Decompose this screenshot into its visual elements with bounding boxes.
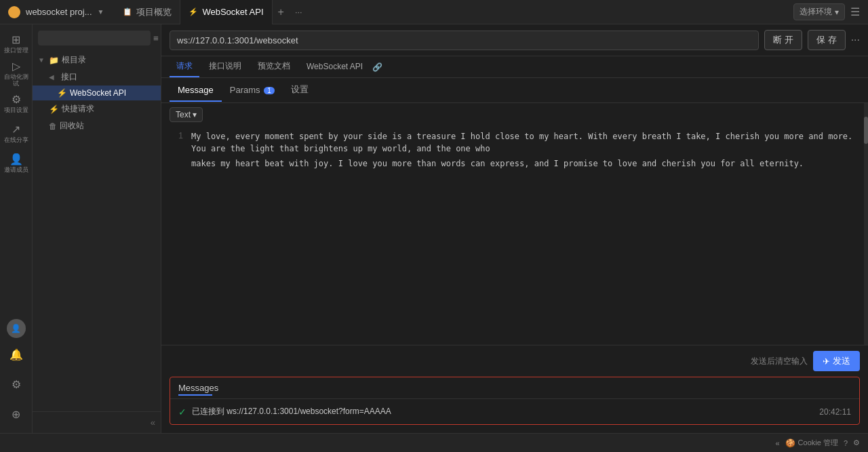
sidebar-item-online-share[interactable]: ↗ 在线分享	[3, 119, 30, 147]
filter-button[interactable]: ≡	[153, 30, 159, 46]
line-number-2	[170, 157, 183, 158]
tree-item-recycle[interactable]: 🗑 回收站	[33, 117, 161, 134]
add-tab-button[interactable]: +	[273, 6, 290, 18]
quick-requests-icon: ⚡	[49, 105, 59, 114]
online-share-label: 在线分享	[4, 137, 28, 144]
collapse-icon: «	[151, 417, 155, 428]
notifications-icon: 🔔	[9, 348, 23, 361]
title-bar: websocket proj... ▼ 📋 项目概览 ⚡ WebSocket A…	[0, 0, 868, 24]
recycle-icon: 🗑	[49, 121, 57, 131]
bottom-settings-button[interactable]: ⚙	[853, 438, 860, 447]
collapse-left-icon: «	[775, 439, 779, 447]
text-type-label: Text	[176, 110, 191, 119]
tab-overview[interactable]: 📋 项目概览	[115, 0, 180, 24]
cookie-icon: 🍪	[785, 438, 795, 448]
scrollbar-thumb	[864, 117, 868, 144]
project-name: websocket proj...	[26, 7, 92, 17]
tree-item-interface-label: 接口	[61, 71, 77, 83]
inner-tab-params[interactable]: Params 1	[222, 79, 283, 102]
tab-websocket-api[interactable]: ⚡ WebSocket API	[180, 0, 272, 24]
inner-tab-settings[interactable]: 设置	[283, 78, 317, 102]
sub-tab-docs[interactable]: 接口说明	[202, 56, 248, 77]
sidebar-item-interface-mgmt[interactable]: ⊞ 接口管理	[3, 30, 30, 57]
tab-websocket-label: WebSocket API	[202, 7, 263, 17]
clear-after-send-label[interactable]: 发送后清空输入	[751, 356, 808, 367]
sidebar-notifications[interactable]: 🔔	[3, 341, 30, 368]
editor-toolbar: Text ▾	[161, 103, 868, 126]
message-editor: Text ▾ 1 My love, every moment spent by …	[161, 103, 868, 345]
auto-test-icon: ▷	[12, 60, 20, 73]
tab-overview-label: 项目概览	[136, 6, 172, 18]
send-icon: ✈	[823, 356, 830, 366]
send-button[interactable]: ✈ 发送	[813, 351, 860, 371]
websocket-icon: ⚡	[189, 7, 198, 16]
message-text: 已连接到 ws://127.0.0.1:3001/websocket?form=…	[192, 406, 391, 417]
root-folder-icon: 📁	[49, 56, 59, 65]
help-button[interactable]: ?	[844, 439, 848, 447]
search-area: ≡ +	[33, 24, 161, 52]
tree-item-quick-label: 快捷请求	[62, 103, 94, 115]
messages-header: Messages	[170, 377, 859, 399]
sub-tab-websocket-api[interactable]: WebSocket API	[300, 58, 370, 77]
send-label: 发送	[833, 355, 850, 367]
sidebar-settings[interactable]: ⚙	[3, 371, 30, 398]
inner-tab-message[interactable]: Message	[170, 79, 222, 102]
websocket-api-tree-icon: ⚡	[57, 88, 67, 98]
env-dropdown-icon: ▾	[835, 7, 839, 17]
tree-item-websocket-api[interactable]: ⚡ WebSocket API	[33, 86, 161, 100]
panel-collapse-button[interactable]: «	[33, 411, 161, 433]
tab-bar: 📋 项目概览 ⚡ WebSocket API + ···	[115, 0, 788, 24]
invite-members-label: 邀请成员	[4, 167, 28, 174]
tree-item-root[interactable]: ▼ 📁 根目录	[33, 52, 161, 69]
url-input[interactable]	[170, 31, 759, 50]
project-dropdown-arrow[interactable]: ▼	[98, 8, 104, 16]
line-content-1: My love, every moment spent by your side…	[191, 130, 860, 155]
tree-item-quick-requests[interactable]: ⚡ 快捷请求	[33, 100, 161, 117]
sidebar-item-invite-members[interactable]: 👤 邀请成员	[3, 149, 30, 176]
more-button[interactable]: ···	[851, 34, 860, 46]
more-tabs-button[interactable]: ···	[290, 7, 308, 17]
cookie-management[interactable]: 🍪 Cookie 管理	[785, 438, 838, 448]
sidebar-item-auto-test[interactable]: ▷ 自动化测试	[3, 60, 30, 87]
params-badge: 1	[264, 87, 275, 94]
sub-tabs: 请求 接口说明 预览文档 WebSocket API 🔗	[161, 56, 868, 78]
overview-icon: 📋	[123, 7, 132, 16]
editor-body[interactable]: 1 My love, every moment spent by your si…	[161, 126, 868, 345]
help-icon: ?	[844, 439, 848, 447]
text-type-dropdown-icon: ▾	[193, 110, 197, 119]
send-bar: 发送后清空输入 ✈ 发送	[161, 345, 868, 377]
save-button[interactable]: 保 存	[808, 30, 846, 50]
root-collapse-icon: ▼	[38, 56, 45, 64]
content-area: 断 开 保 存 ··· 请求 接口说明 预览文档 WebSocket API 🔗…	[161, 24, 868, 433]
scrollbar[interactable]	[864, 103, 868, 345]
editor-line-1: 1 My love, every moment spent by your si…	[161, 129, 868, 156]
left-panel: ≡ + ▼ 📁 根目录 ◀ 接口 ⚡ WebSocket API ⚡ 快捷请求 …	[33, 24, 161, 433]
sub-tab-request[interactable]: 请求	[170, 56, 199, 77]
bottom-settings-icon: ⚙	[853, 438, 860, 447]
text-type-button[interactable]: Text ▾	[170, 107, 203, 122]
api-link-icon[interactable]: 🔗	[372, 62, 382, 72]
interface-mgmt-icon: ⊞	[12, 33, 20, 46]
settings-icon: ⚙	[12, 378, 21, 391]
tree-item-recycle-label: 回收站	[60, 120, 84, 132]
line-content-2: makes my heart beat with joy. I love you…	[191, 157, 860, 170]
messages-underline	[178, 394, 212, 396]
tree-item-interface[interactable]: ◀ 接口	[33, 69, 161, 86]
app-logo	[8, 6, 20, 18]
user-avatar[interactable]: 👤	[7, 319, 26, 338]
main-menu-icon[interactable]: ☰	[850, 5, 860, 18]
sidebar-item-project-settings[interactable]: ⚙ 项目设置	[3, 90, 30, 117]
env-selector[interactable]: 选择环境 ▾	[793, 3, 845, 20]
project-settings-label: 项目设置	[4, 107, 28, 114]
sidebar-more[interactable]: ⊕	[3, 400, 30, 428]
invite-members-icon: 👤	[9, 153, 23, 166]
tree-item-websocket-label: WebSocket API	[70, 88, 126, 98]
search-input[interactable]	[38, 31, 151, 45]
sub-tab-preview[interactable]: 预览文档	[251, 56, 297, 77]
interface-mgmt-label: 接口管理	[4, 48, 28, 54]
messages-title: Messages	[178, 383, 218, 393]
disconnect-button[interactable]: 断 开	[764, 30, 802, 50]
sidebar-bottom: 👤 🔔 ⚙ ⊕	[3, 319, 30, 428]
title-bar-right: 选择环境 ▾ ☰	[793, 3, 860, 20]
collapse-panel-button[interactable]: «	[775, 439, 779, 447]
